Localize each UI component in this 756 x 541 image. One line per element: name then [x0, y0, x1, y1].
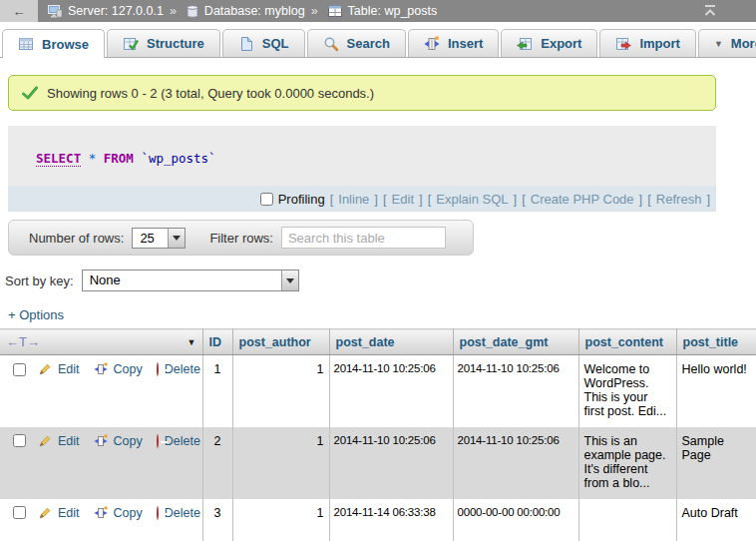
- tab-import[interactable]: Import: [599, 29, 695, 57]
- tab-label: Browse: [42, 37, 89, 52]
- filter-rows-label: Filter rows:: [209, 231, 273, 246]
- tab-label: More: [731, 36, 756, 51]
- cell-post-date-gmt: 2014-11-10 10:25:06: [453, 355, 578, 427]
- cell-post-date: 2014-11-10 10:25:06: [329, 427, 453, 499]
- table-row: Edit Copy Delete 1 1 2014-11-10 10:25:06…: [0, 355, 756, 427]
- results-controls-bar: Number of rows: 25 Filter rows:: [8, 220, 474, 256]
- table-icon: [328, 5, 342, 18]
- tab-browse[interactable]: Browse: [2, 29, 105, 58]
- structure-icon: [123, 36, 139, 52]
- copy-icon: [94, 362, 108, 376]
- cell-post-author: 1: [232, 499, 329, 541]
- create-php-code-link[interactable]: Create PHP Code: [531, 192, 634, 207]
- header-post-date-gmt[interactable]: post_date_gmt: [453, 329, 578, 355]
- pencil-icon: [38, 362, 52, 376]
- pencil-icon: [38, 506, 52, 520]
- cell-post-content: This is an example page. It's different …: [578, 427, 676, 499]
- inline-link[interactable]: Inline: [338, 192, 369, 207]
- header-actions: ←T→ ▼: [0, 329, 202, 355]
- table-row: Edit Copy Delete 2 1 2014-11-10 10:25:06…: [0, 427, 756, 499]
- tab-label: Structure: [147, 36, 204, 51]
- back-button[interactable]: ←: [0, 0, 38, 22]
- status-text: Showing rows 0 - 2 (3 total, Query took …: [47, 86, 374, 101]
- explain-sql-link[interactable]: Explain SQL: [436, 192, 508, 207]
- tab-structure[interactable]: Structure: [107, 29, 220, 57]
- sort-by-key-value: None: [83, 270, 128, 290]
- copy-row-link[interactable]: Copy: [114, 434, 143, 448]
- query-options-bar: Profiling [Inline] [Edit] [Explain SQL] …: [8, 186, 716, 212]
- delete-row-link[interactable]: Delete: [165, 362, 200, 376]
- options-toggle-link[interactable]: + Options: [8, 307, 64, 322]
- row-checkbox[interactable]: [13, 506, 26, 519]
- tab-insert[interactable]: Insert: [408, 29, 499, 57]
- bracket: ]: [514, 192, 518, 207]
- header-post-date[interactable]: post_date: [329, 329, 453, 355]
- cell-post-date: 2014-11-10 10:25:06: [329, 355, 453, 427]
- bracket: ]: [374, 192, 378, 207]
- sql-keyword-select: SELECT: [36, 151, 81, 167]
- sort-by-key-select[interactable]: None: [82, 270, 299, 291]
- insert-icon: [424, 36, 440, 52]
- breadcrumb-table[interactable]: Table: wp_posts: [348, 4, 438, 18]
- row-checkbox[interactable]: [13, 434, 26, 447]
- server-icon: [48, 5, 62, 18]
- edit-query-link[interactable]: Edit: [392, 192, 414, 207]
- tab-export[interactable]: Export: [501, 29, 597, 57]
- refresh-link[interactable]: Refresh: [656, 192, 702, 207]
- sort-by-key-label: Sort by key:: [5, 273, 74, 288]
- sql-table-name: `wp_posts`: [141, 151, 215, 166]
- cell-post-content: [578, 499, 676, 541]
- row-checkbox[interactable]: [13, 363, 26, 376]
- header-id[interactable]: ID: [202, 329, 232, 355]
- sql-keyword-from: FROM: [104, 151, 134, 166]
- profiling-checkbox[interactable]: [260, 193, 273, 206]
- copy-icon: [94, 506, 108, 520]
- dropdown-arrow-icon: [173, 236, 181, 241]
- header-post-title[interactable]: post_title: [676, 329, 756, 355]
- edit-row-link[interactable]: Edit: [58, 362, 80, 376]
- collapse-icon[interactable]: [702, 4, 718, 18]
- delete-row-link[interactable]: Delete: [165, 506, 200, 520]
- more-arrow-icon: ▼: [714, 39, 723, 49]
- tab-label: Export: [541, 36, 581, 51]
- import-icon: [615, 36, 631, 52]
- tab-label: Insert: [448, 36, 483, 51]
- copy-row-link[interactable]: Copy: [114, 506, 143, 520]
- results-table: ←T→ ▼ ID post_author post_date post_date…: [0, 328, 756, 541]
- edit-row-link[interactable]: Edit: [58, 434, 80, 448]
- header-post-author[interactable]: post_author: [232, 329, 329, 355]
- filter-rows-input[interactable]: [281, 227, 446, 249]
- tab-sql[interactable]: SQL: [222, 29, 305, 57]
- tab-label: Import: [639, 36, 679, 51]
- sql-icon: [238, 36, 254, 52]
- copy-icon: [94, 434, 108, 448]
- cell-id: 1: [202, 355, 232, 427]
- cell-post-date-gmt: 2014-11-10 10:25:06: [453, 427, 578, 499]
- edit-row-link[interactable]: Edit: [58, 506, 80, 520]
- rows-per-page-select[interactable]: 25: [132, 228, 186, 249]
- browse-icon: [18, 36, 34, 52]
- tab-more[interactable]: ▼ More: [698, 29, 756, 57]
- sql-query-box: SELECT * FROM `wp_posts`: [8, 126, 716, 186]
- bracket: ]: [419, 192, 423, 207]
- export-icon: [517, 36, 533, 52]
- rows-per-page-label: Number of rows:: [29, 231, 124, 246]
- tab-search[interactable]: Search: [307, 29, 406, 57]
- cell-id: 2: [202, 427, 232, 499]
- copy-row-link[interactable]: Copy: [114, 362, 143, 376]
- tab-label: SQL: [262, 36, 289, 51]
- column-options-icon[interactable]: ▼: [188, 337, 196, 347]
- breadcrumb-server[interactable]: Server: 127.0.0.1: [68, 4, 164, 18]
- delete-row-link[interactable]: Delete: [165, 434, 200, 448]
- bracket: [: [522, 192, 526, 207]
- dropdown-arrow-icon: [286, 278, 294, 283]
- breadcrumb-database[interactable]: Database: myblog: [204, 4, 305, 18]
- bracket: ]: [706, 192, 710, 207]
- transpose-icon[interactable]: ←T→: [6, 334, 40, 349]
- success-check-icon: [22, 86, 38, 100]
- breadcrumb-separator: »: [170, 4, 177, 18]
- status-message: Showing rows 0 - 2 (3 total, Query took …: [8, 75, 716, 111]
- tab-bar: Browse Structure SQL Search Insert Expor…: [0, 22, 756, 58]
- cell-id: 3: [202, 499, 232, 541]
- header-post-content[interactable]: post_content: [578, 329, 676, 355]
